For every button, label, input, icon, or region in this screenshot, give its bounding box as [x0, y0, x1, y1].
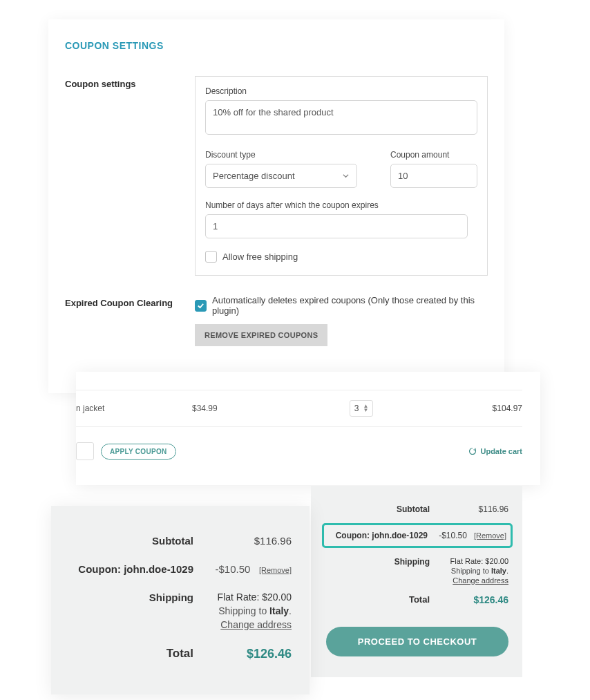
- zoom-subtotal-label: Subtotal: [69, 535, 193, 547]
- cart-actions: APPLY COUPON Update cart: [76, 442, 522, 460]
- update-cart-label: Update cart: [480, 447, 522, 455]
- cart-summary: Subtotal $116.96 Coupon: john.doe-1029 -…: [311, 486, 522, 677]
- discount-type-select[interactable]: [205, 164, 357, 188]
- zoom-shipping-label: Shipping: [69, 592, 193, 603]
- summary-total-value: $126.46: [439, 594, 508, 605]
- remove-expired-button[interactable]: REMOVE EXPIRED COUPONS: [195, 324, 327, 346]
- zoom-remove-coupon-link[interactable]: [Remove]: [259, 566, 292, 574]
- auto-delete-label: Automatically deletes expired coupons (O…: [212, 295, 488, 316]
- qty-value: 3: [354, 404, 359, 413]
- coupon-settings-content: Description 10% off for the shared produ…: [195, 76, 488, 276]
- zoom-shipping-to: Shipping to Italy.: [218, 605, 292, 616]
- line-item-subtotal: $104.97: [434, 404, 522, 413]
- expiry-days-input[interactable]: [205, 214, 468, 238]
- line-item-price: $34.99: [192, 404, 289, 413]
- zoom-subtotal-value: $116.96: [193, 535, 292, 547]
- summary-shipping-to: Shipping to Italy.: [451, 567, 508, 575]
- summary-coupon-label: Coupon: john.doe-1029: [328, 531, 437, 540]
- zoom-flat-rate: Flat Rate: $20.00: [218, 592, 292, 603]
- expired-clearing-row: Expired Coupon Clearing Automatically de…: [65, 295, 488, 346]
- zoom-coupon-label: Coupon: john.doe-1029: [69, 563, 193, 575]
- summary-total-label: Total: [326, 594, 439, 605]
- expired-clearing-content: Automatically deletes expired coupons (O…: [195, 295, 488, 346]
- summary-coupon-row: Coupon: john.doe-1029 -$10.50 [Remove]: [322, 523, 513, 548]
- stepper-arrows-icon: ▲▼: [363, 404, 368, 413]
- zoom-total-value: $126.46: [193, 647, 292, 661]
- summary-flat-rate: Flat Rate: $20.00: [450, 557, 508, 565]
- expiry-days-label: Number of days after which the coupon ex…: [205, 200, 477, 210]
- refresh-icon: [468, 447, 477, 455]
- cart-summary-zoom: Subtotal $116.96 Coupon: john.doe-1029 -…: [51, 506, 310, 694]
- allow-free-shipping-checkbox[interactable]: Allow free shipping: [205, 251, 477, 263]
- checkbox-checked-icon: [195, 300, 207, 312]
- change-address-link[interactable]: Change address: [453, 576, 508, 585]
- discount-type-label: Discount type: [205, 150, 357, 160]
- qty-stepper[interactable]: 3 ▲▼: [350, 400, 374, 417]
- cart-panel: n jacket $34.99 3 ▲▼ $104.97 APPLY COUPO…: [76, 372, 540, 485]
- zoom-total-label: Total: [69, 647, 193, 661]
- update-cart-link[interactable]: Update cart: [468, 447, 522, 455]
- coupon-amount-label: Coupon amount: [390, 150, 477, 160]
- auto-delete-checkbox[interactable]: Automatically deletes expired coupons (O…: [195, 295, 488, 316]
- coupon-code-input[interactable]: [76, 442, 94, 460]
- summary-coupon-value: -$10.50: [439, 531, 467, 540]
- free-shipping-label: Allow free shipping: [222, 252, 298, 262]
- zoom-coupon-value: -$10.50: [216, 563, 251, 575]
- panel-title: COUPON SETTINGS: [65, 40, 488, 51]
- line-item-name: n jacket: [76, 404, 192, 413]
- description-input[interactable]: 10% off for the shared product: [205, 100, 477, 135]
- expired-clearing-label: Expired Coupon Clearing: [65, 295, 182, 308]
- coupon-settings-row: Coupon settings Description 10% off for …: [65, 76, 488, 276]
- apply-coupon-button[interactable]: APPLY COUPON: [101, 444, 176, 460]
- remove-coupon-link[interactable]: [Remove]: [474, 531, 506, 540]
- summary-shipping-label: Shipping: [326, 557, 439, 567]
- proceed-checkout-button[interactable]: PROCEED TO CHECKOUT: [326, 627, 508, 656]
- summary-subtotal-label: Subtotal: [326, 504, 439, 514]
- description-label: Description: [205, 86, 477, 96]
- summary-subtotal-value: $116.96: [439, 504, 508, 514]
- coupon-settings-panel: COUPON SETTINGS Coupon settings Descript…: [48, 19, 504, 393]
- checkbox-unchecked-icon: [205, 251, 217, 263]
- cart-line-item: n jacket $34.99 3 ▲▼ $104.97: [76, 390, 522, 427]
- coupon-settings-label: Coupon settings: [65, 76, 182, 89]
- zoom-change-address-link[interactable]: Change address: [220, 619, 292, 630]
- coupon-amount-input[interactable]: [390, 164, 477, 188]
